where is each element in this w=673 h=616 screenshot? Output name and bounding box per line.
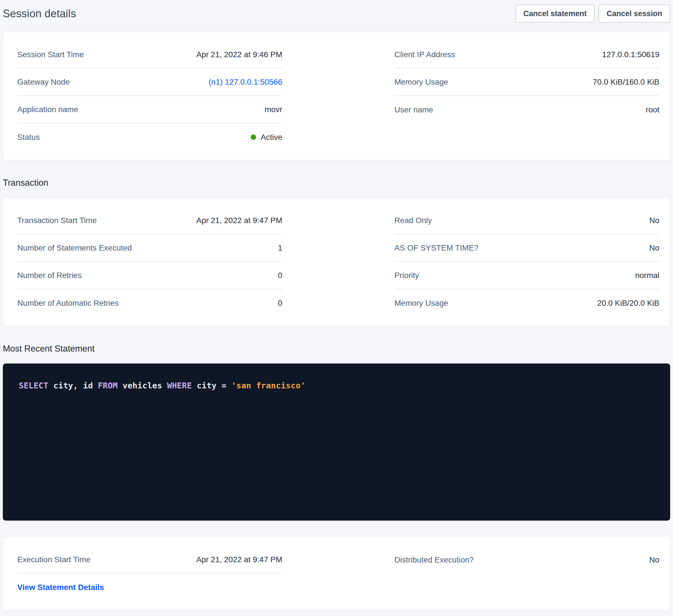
sql-keyword-where: WHERE bbox=[167, 381, 192, 390]
distributed-execution-label: Distributed Execution? bbox=[395, 555, 474, 565]
row-session-start-time: Session Start Time Apr 21, 2022 at 9:46 … bbox=[17, 41, 282, 68]
view-statement-details-link[interactable]: View Statement Details bbox=[17, 583, 104, 592]
row-automatic-retries: Number of Automatic Retries 0 bbox=[17, 289, 282, 317]
transaction-left-column: Transaction Start Time Apr 21, 2022 at 9… bbox=[17, 207, 282, 317]
gateway-node-link[interactable]: (n1) 127.0.0.1:50566 bbox=[209, 77, 282, 87]
automatic-retries-label: Number of Automatic Retries bbox=[17, 299, 119, 308]
row-application-name: Application name movr bbox=[17, 96, 282, 123]
transaction-memory-usage-value: 20.0 KiB/20.0 KiB bbox=[597, 299, 659, 308]
sql-table-name: vehicles bbox=[118, 381, 167, 390]
automatic-retries-value: 0 bbox=[278, 299, 282, 308]
status-badge: Active bbox=[261, 133, 282, 142]
sql-string-literal: 'san francisco' bbox=[231, 381, 306, 390]
read-only-value: No bbox=[649, 216, 659, 225]
distributed-execution-value: No bbox=[649, 555, 659, 565]
session-summary-card: Session Start Time Apr 21, 2022 at 9:46 … bbox=[3, 32, 670, 160]
execution-left-column: Execution Start Time Apr 21, 2022 at 9:4… bbox=[17, 546, 282, 601]
execution-grid: Execution Start Time Apr 21, 2022 at 9:4… bbox=[3, 537, 670, 610]
row-read-only: Read Only No bbox=[395, 207, 660, 234]
session-start-time-value: Apr 21, 2022 at 9:46 PM bbox=[196, 50, 282, 59]
row-gateway-node: Gateway Node (n1) 127.0.0.1:50566 bbox=[17, 68, 282, 96]
row-transaction-start-time: Transaction Start Time Apr 21, 2022 at 9… bbox=[17, 207, 282, 234]
row-status: Status Active bbox=[17, 123, 282, 151]
row-number-of-retries: Number of Retries 0 bbox=[17, 262, 282, 289]
sql-code-block: SELECT city, id FROM vehicles WHERE city… bbox=[3, 363, 670, 521]
transaction-section-heading: Transaction bbox=[3, 178, 670, 188]
row-as-of-system-time: AS OF SYSTEM TIME? No bbox=[395, 234, 660, 262]
transaction-grid: Transaction Start Time Apr 21, 2022 at 9… bbox=[3, 198, 670, 326]
priority-value: normal bbox=[635, 271, 659, 280]
transaction-start-time-label: Transaction Start Time bbox=[17, 216, 97, 225]
session-details-page: Session details Cancel statement Cancel … bbox=[0, 0, 673, 615]
execution-card: Execution Start Time Apr 21, 2022 at 9:4… bbox=[3, 537, 670, 610]
cancel-session-button[interactable]: Cancel session bbox=[599, 5, 670, 23]
transaction-card: Transaction Start Time Apr 21, 2022 at 9… bbox=[3, 198, 670, 326]
execution-start-time-value: Apr 21, 2022 at 9:47 PM bbox=[196, 555, 282, 564]
session-memory-usage-value: 70.0 KiB/160.0 KiB bbox=[593, 77, 659, 87]
header-actions: Cancel statement Cancel session bbox=[515, 5, 670, 23]
execution-start-time-label: Execution Start Time bbox=[17, 555, 90, 564]
as-of-system-time-value: No bbox=[649, 244, 659, 253]
row-execution-start-time: Execution Start Time Apr 21, 2022 at 9:4… bbox=[17, 546, 282, 574]
user-name-label: User name bbox=[395, 105, 433, 114]
row-session-memory-usage: Memory Usage 70.0 KiB/160.0 KiB bbox=[395, 68, 660, 96]
row-user-name: User name root bbox=[395, 96, 660, 123]
execution-right-column: Distributed Execution? No bbox=[395, 546, 660, 601]
row-distributed-execution: Distributed Execution? No bbox=[395, 546, 660, 574]
row-transaction-memory-usage: Memory Usage 20.0 KiB/20.0 KiB bbox=[395, 289, 660, 317]
priority-label: Priority bbox=[395, 271, 419, 280]
sql-columns: city, id bbox=[48, 381, 98, 390]
number-of-retries-value: 0 bbox=[278, 271, 282, 280]
client-ip-address-label: Client IP Address bbox=[395, 50, 455, 59]
row-priority: Priority normal bbox=[395, 262, 660, 289]
application-name-label: Application name bbox=[17, 105, 78, 114]
cancel-statement-button[interactable]: Cancel statement bbox=[515, 5, 595, 23]
gateway-node-label: Gateway Node bbox=[17, 77, 70, 87]
most-recent-statement-heading: Most Recent Statement bbox=[3, 344, 670, 354]
row-client-ip-address: Client IP Address 127.0.0.1:50619 bbox=[395, 41, 660, 68]
transaction-start-time-value: Apr 21, 2022 at 9:47 PM bbox=[196, 216, 282, 225]
session-memory-usage-label: Memory Usage bbox=[395, 77, 448, 87]
page-header: Session details Cancel statement Cancel … bbox=[3, 5, 670, 23]
statements-executed-label: Number of Statements Executed bbox=[17, 244, 132, 253]
application-name-value: movr bbox=[264, 105, 282, 114]
status-value: Active bbox=[251, 133, 282, 142]
transaction-right-column: Read Only No AS OF SYSTEM TIME? No Prior… bbox=[395, 207, 660, 317]
page-title: Session details bbox=[3, 8, 76, 20]
sql-keyword-from: FROM bbox=[98, 381, 118, 390]
transaction-memory-usage-label: Memory Usage bbox=[395, 299, 448, 308]
as-of-system-time-label: AS OF SYSTEM TIME? bbox=[395, 244, 479, 253]
status-label: Status bbox=[17, 133, 40, 142]
session-summary-right-column: Client IP Address 127.0.0.1:50619 Memory… bbox=[395, 41, 660, 151]
sql-keyword-select: SELECT bbox=[19, 381, 48, 390]
session-start-time-label: Session Start Time bbox=[17, 50, 84, 59]
client-ip-address-value: 127.0.0.1:50619 bbox=[602, 50, 659, 59]
sql-condition: city = bbox=[192, 381, 231, 390]
row-statements-executed: Number of Statements Executed 1 bbox=[17, 234, 282, 262]
statements-executed-value: 1 bbox=[278, 244, 282, 253]
read-only-label: Read Only bbox=[395, 216, 432, 225]
user-name-value: root bbox=[646, 105, 659, 114]
session-summary-left-column: Session Start Time Apr 21, 2022 at 9:46 … bbox=[17, 41, 282, 151]
status-active-dot bbox=[251, 134, 256, 140]
sql-statement: SELECT city, id FROM vehicles WHERE city… bbox=[19, 380, 659, 391]
number-of-retries-label: Number of Retries bbox=[17, 271, 81, 280]
row-view-statement-details: View Statement Details bbox=[17, 574, 282, 601]
session-summary-grid: Session Start Time Apr 21, 2022 at 9:46 … bbox=[3, 32, 670, 160]
